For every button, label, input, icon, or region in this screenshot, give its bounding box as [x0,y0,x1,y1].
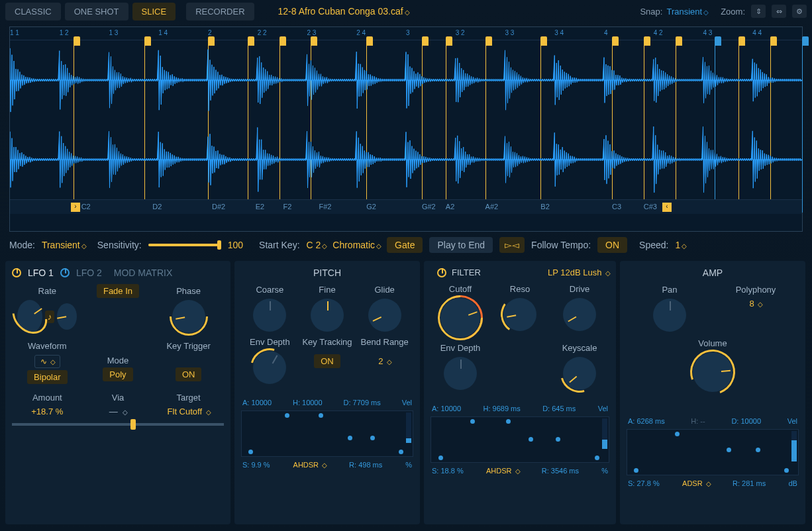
amp-envelope[interactable] [627,429,799,475]
tab-lfo1[interactable]: LFO 1 [28,267,54,278]
follow-tempo-label: Follow Tempo: [531,240,591,250]
target-label: Target [159,393,219,403]
env-r[interactable]: R: 3546 ms [542,467,579,475]
rate-knob[interactable] [17,300,42,333]
env-pct: % [405,461,412,469]
lfo-mode-button[interactable]: Poly [103,367,132,381]
pitch-section: PITCH Coarse Fine Glide Env Depth Key Tr… [234,261,420,524]
bipolar-button[interactable]: Bipolar [27,370,67,384]
phase-knob[interactable] [172,300,205,333]
zoom-label: Zoom: [721,7,745,17]
fine-label: Fine [299,285,356,295]
env-r[interactable]: R: 498 ms [349,461,382,469]
speed-dropdown[interactable]: 1◇ [675,240,685,250]
env-a[interactable]: A: 10000 [432,405,461,412]
env-mode-dropdown[interactable]: ADSR ◇ [682,479,710,487]
env-mode-dropdown[interactable]: AHDSR ◇ [293,461,327,469]
pitch-title: PITCH [241,267,413,278]
fade-knob[interactable] [57,303,77,330]
tab-lfo2[interactable]: LFO 2 [76,267,102,278]
env-s[interactable]: S: 27.8 % [628,479,660,487]
tab-modmatrix[interactable]: MOD MATRIX [114,267,172,278]
slice-flag-icon[interactable] [802,36,809,46]
play-end-icon[interactable]: ‹ [662,203,672,212]
power-icon[interactable] [12,268,21,277]
lfo-mode-label: Mode [88,356,148,365]
reso-label: Reso [490,284,550,294]
waveform-right [10,120,802,199]
filter-envelope[interactable] [431,416,609,463]
amount-value[interactable]: +18.7 % [17,407,77,416]
chromatic-dropdown[interactable]: Chromatic◇ [332,240,380,250]
power-icon[interactable] [60,268,70,277]
play-start-icon[interactable]: › [71,203,80,212]
coarse-knob[interactable] [253,299,286,332]
glide-knob[interactable] [368,299,401,332]
sensitivity-slider[interactable] [148,244,221,246]
cutoff-label: Cutoff [431,284,490,294]
cutoff-knob[interactable] [440,298,480,338]
filter-type-dropdown[interactable]: LP 12dB Lush ◇ [548,267,609,277]
velocity-slider[interactable] [406,412,411,443]
power-icon[interactable] [437,268,446,277]
env-h[interactable]: H: 10000 [293,399,323,407]
amp-section: AMP Pan Polyphony8 ◇ Volume A: 6268 ms H… [620,261,805,524]
slice-marker[interactable] [802,40,803,213]
drive-knob[interactable] [563,298,596,331]
bend-range-value[interactable]: 2 ◇ [356,356,413,366]
key-tracking-button[interactable]: ON [314,354,340,368]
follow-tempo-button[interactable]: ON [597,237,627,253]
filename-dropdown[interactable]: 12-8 Afro Cuban Conga 03.caf◇ [278,6,409,17]
fade-in-button[interactable]: Fade In [97,284,139,298]
gear-icon[interactable]: ⚙ [792,5,807,18]
amount-slider[interactable] [12,423,224,426]
amount-label: Amount [17,393,77,403]
env-d[interactable]: D: 645 ms [542,405,576,412]
filter-title: FILTER [452,267,481,277]
target-dropdown[interactable]: Flt Cutoff ◇ [159,407,219,416]
velocity-slider[interactable] [602,418,607,449]
zoom-horizontal-icon[interactable]: ⇔ [772,5,786,18]
env-a[interactable]: A: 10000 [242,399,272,407]
key-trigger-label: Key Trigger [159,341,219,351]
env-vel-label: Vel [402,399,412,407]
env-d[interactable]: D: 10000 [731,417,761,425]
velocity-slider[interactable] [791,431,797,461]
tab-recorder[interactable]: RECORDER [186,3,254,21]
pitch-env-depth-knob[interactable] [253,351,286,384]
env-a[interactable]: A: 6268 ms [628,417,665,425]
tab-oneshot[interactable]: ONE SHOT [65,3,128,21]
env-mode-dropdown[interactable]: AHDSR ◇ [486,467,519,475]
via-dropdown[interactable]: — ◇ [88,407,148,416]
env-h[interactable]: H: 9689 ms [483,405,520,412]
pitch-envelope[interactable] [241,410,413,457]
waveform-selector[interactable]: ∿ ◇ [34,355,60,368]
polyphony-value[interactable]: 8 ◇ [726,299,786,309]
env-r[interactable]: R: 281 ms [733,479,766,487]
start-key-label: Start Key: [259,240,299,250]
tab-classic[interactable]: CLASSIC [5,3,61,21]
reverse-icon[interactable]: ▻◅ [499,237,525,253]
key-tracking-label: Key Tracking [299,337,356,347]
sensitivity-value[interactable]: 100 [228,240,243,250]
volume-knob[interactable] [693,352,733,392]
pan-knob[interactable] [653,299,686,332]
filter-env-depth-knob[interactable] [444,357,477,390]
key-trigger-button[interactable]: ON [176,367,202,381]
reso-knob[interactable] [503,298,536,331]
env-d[interactable]: D: 7709 ms [344,399,381,407]
zoom-vertical-icon[interactable]: ⇕ [751,5,766,18]
start-key-dropdown[interactable]: C 2◇ [307,240,327,250]
tab-slice[interactable]: SLICE [132,3,176,21]
env-s[interactable]: S: 9.9 % [242,461,270,469]
keyscale-knob[interactable] [563,357,596,390]
mode-dropdown[interactable]: Transient◇ [42,240,85,250]
gate-button[interactable]: Gate [387,237,423,253]
waveform-display[interactable]: 1 11 21 31 422 22 32 433 23 33 444 24 34… [9,26,803,232]
play-to-end-button[interactable]: Play to End [429,237,493,253]
env-s[interactable]: S: 18.8 % [432,467,464,475]
volume-label: Volume [627,338,799,348]
fine-knob[interactable] [311,299,344,332]
snap-label: Snap: [640,7,662,17]
snap-dropdown[interactable]: Transient◇ [666,7,707,17]
